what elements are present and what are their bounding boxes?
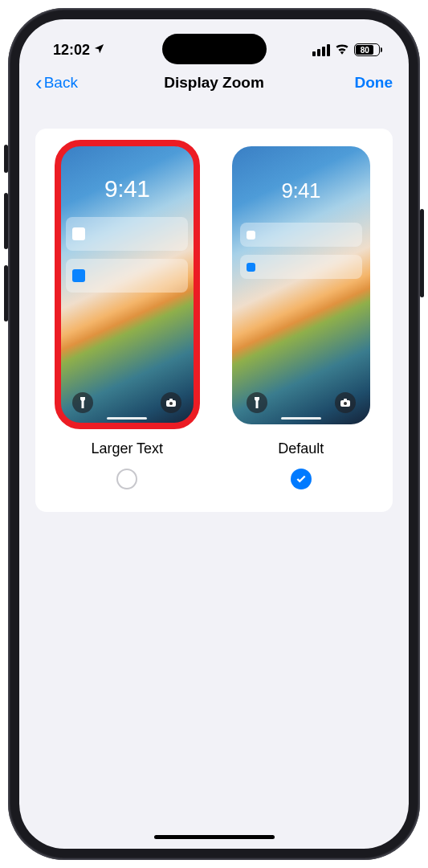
notification-app-icon	[247, 263, 255, 272]
preview-notification	[66, 217, 188, 251]
notification-app-icon	[72, 227, 85, 240]
iphone-frame: 12:02 80 ‹ Back D	[8, 8, 420, 860]
battery-percent: 80	[356, 45, 373, 55]
volume-down-button	[4, 265, 8, 321]
cellular-signal-icon	[312, 44, 330, 56]
zoom-options-card: 9:41	[35, 129, 393, 512]
power-button	[420, 209, 424, 297]
battery-icon: 80	[354, 43, 380, 56]
option-label: Default	[278, 440, 324, 457]
silent-switch	[4, 145, 8, 173]
preview-clock: 9:41	[232, 178, 370, 203]
preview-notification	[66, 259, 188, 293]
volume-up-button	[4, 193, 8, 249]
radio-unselected[interactable]	[116, 469, 137, 489]
checkmark-icon	[296, 473, 307, 485]
notification-app-icon	[247, 231, 255, 240]
dynamic-island	[162, 34, 267, 64]
radio-selected[interactable]	[291, 469, 312, 489]
location-icon	[93, 43, 105, 58]
navigation-bar: ‹ Back Display Zoom Done	[19, 64, 409, 104]
preview-home-indicator	[107, 417, 147, 420]
svg-rect-4	[344, 399, 347, 401]
status-time: 12:02	[53, 42, 90, 59]
svg-point-2	[169, 402, 173, 405]
camera-icon	[161, 392, 181, 413]
screen: 12:02 80 ‹ Back D	[19, 19, 409, 849]
option-default[interactable]: 9:41	[224, 146, 379, 489]
preview-home-indicator	[281, 417, 321, 420]
option-label: Larger Text	[91, 440, 163, 457]
wifi-icon	[335, 42, 349, 59]
preview-notification	[240, 223, 362, 247]
flashlight-icon	[72, 392, 93, 413]
preview-clock: 9:41	[58, 175, 196, 203]
home-indicator[interactable]	[154, 835, 275, 839]
page-title: Display Zoom	[164, 74, 264, 92]
preview-default: 9:41	[232, 146, 370, 424]
preview-larger-text: 9:41	[58, 146, 196, 424]
svg-point-5	[344, 402, 347, 405]
chevron-left-icon: ‹	[35, 72, 43, 93]
camera-icon	[335, 392, 356, 413]
flashlight-icon	[247, 392, 267, 413]
preview-notification	[240, 255, 362, 279]
svg-rect-1	[169, 399, 173, 401]
notification-app-icon	[72, 269, 85, 282]
option-larger-text[interactable]: 9:41	[50, 146, 205, 489]
back-label: Back	[44, 74, 78, 92]
done-button[interactable]: Done	[355, 74, 393, 92]
back-button[interactable]: ‹ Back	[35, 72, 78, 93]
